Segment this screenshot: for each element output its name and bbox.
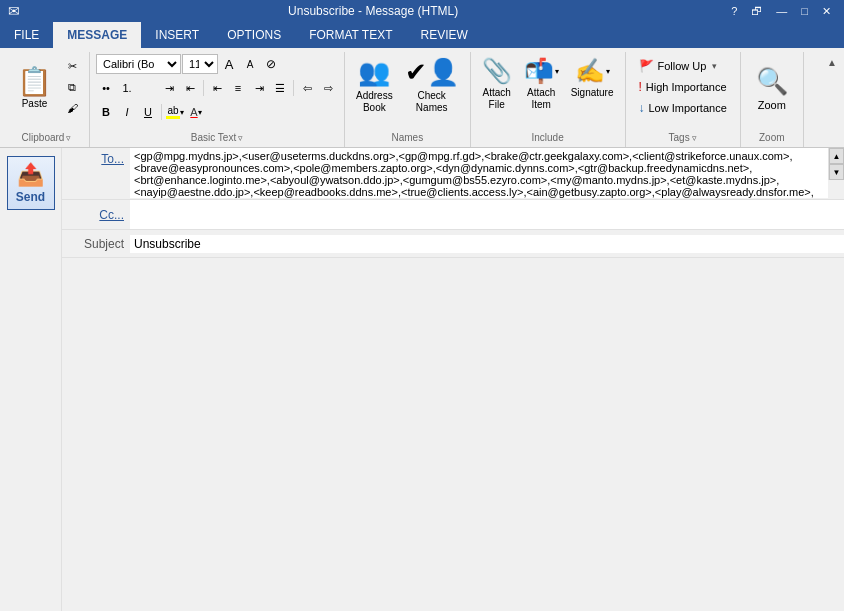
bullets-button[interactable]: •• [96, 78, 116, 98]
body-area[interactable] [62, 258, 844, 611]
basic-text-group: Calibri (Bo 11 8 9 10 12 14 16 18 20 24 … [90, 52, 345, 147]
rtl-button[interactable]: ⇦ [297, 78, 317, 98]
styles-button[interactable] [138, 78, 158, 98]
tab-format-text[interactable]: FORMAT TEXT [295, 22, 406, 48]
attach-file-icon: 📎 [482, 57, 512, 85]
compose-inner: 📤 Send To... <gp@mpg.mydns.jp>,<user@use… [0, 148, 844, 611]
cc-button[interactable]: Cc... [99, 208, 124, 222]
to-input[interactable]: <gp@mpg.mydns.jp>,<user@useterms.duckdns… [130, 148, 828, 198]
subject-label: Subject [62, 237, 130, 251]
check-names-icon: ✔👤 [405, 57, 459, 88]
attach-item-arrow: ▾ [555, 67, 559, 76]
attach-item-icon: 📬 [524, 57, 554, 85]
cc-row: Cc... [62, 200, 844, 230]
tab-review[interactable]: REVIEW [407, 22, 482, 48]
help-button[interactable]: ? [726, 5, 742, 18]
underline-button[interactable]: U [138, 102, 158, 122]
tab-message[interactable]: MESSAGE [53, 22, 141, 48]
tags-group: 🚩 Follow Up ▾ ! High Importance ↓ Low Im… [626, 52, 741, 147]
send-icon: 📤 [17, 162, 44, 188]
font-size-select[interactable]: 11 8 9 10 12 14 16 18 20 24 [182, 54, 218, 74]
font-color-button[interactable]: A ▾ [186, 102, 206, 122]
address-book-icon: 👥 [358, 57, 390, 88]
high-importance-icon: ! [639, 80, 642, 94]
ribbon-collapse-button[interactable]: ▲ [824, 56, 840, 69]
font-row: Calibri (Bo 11 8 9 10 12 14 16 18 20 24 … [96, 54, 281, 74]
format-row: B I U ab ▾ A ▾ [96, 102, 206, 122]
close-button[interactable]: ✕ [817, 5, 836, 18]
attach-item-button[interactable]: 📬 ▾ AttachItem [519, 54, 564, 122]
tags-expander[interactable]: ▿ [692, 133, 697, 143]
grow-font-button[interactable]: A [219, 54, 239, 74]
low-importance-item[interactable]: ↓ Low Importance [632, 98, 734, 118]
cc-label-area: Cc... [62, 200, 130, 229]
zoom-icon: 🔍 [756, 66, 788, 97]
high-importance-item[interactable]: ! High Importance [632, 77, 734, 97]
cc-input[interactable] [130, 200, 844, 229]
ribbon: 📋 Paste ✂ ⧉ 🖌 Clipboard ▿ Calibri (Bo 11 [0, 48, 844, 148]
basic-text-expander[interactable]: ▿ [238, 133, 243, 143]
compose-fields: To... <gp@mpg.mydns.jp>,<user@useterms.d… [62, 148, 844, 611]
window-title: Unsubscribe - Message (HTML) [20, 4, 726, 18]
address-book-button[interactable]: 👥 AddressBook [351, 54, 398, 122]
check-names-button[interactable]: ✔👤 CheckNames [400, 54, 464, 122]
align-right-button[interactable]: ⇥ [249, 78, 269, 98]
copy-button[interactable]: ⧉ [61, 77, 83, 97]
compose-layout: 📤 Send To... <gp@mpg.mydns.jp>,<user@use… [0, 148, 844, 611]
highlight-button[interactable]: ab ▾ [165, 102, 185, 122]
restore-down-button[interactable]: 🗗 [746, 5, 767, 18]
cut-button[interactable]: ✂ [61, 56, 83, 76]
scrollbar-up-button[interactable]: ▲ [829, 148, 844, 164]
ribbon-tabs: FILE MESSAGE INSERT OPTIONS FORMAT TEXT … [0, 22, 844, 48]
clipboard-small-buttons: ✂ ⧉ 🖌 [61, 56, 83, 118]
signature-icon: ✍ [575, 57, 605, 85]
list-row: •• 1. ⇥ ⇤ ⇤ ≡ ⇥ ☰ ⇦ ⇨ [96, 78, 338, 98]
align-left-button[interactable]: ⇤ [207, 78, 227, 98]
increase-indent-button[interactable]: ⇥ [159, 78, 179, 98]
ltr-button[interactable]: ⇨ [318, 78, 338, 98]
font-family-select[interactable]: Calibri (Bo [96, 54, 181, 74]
zoom-button[interactable]: 🔍 Zoom [747, 54, 797, 122]
bold-button[interactable]: B [96, 102, 116, 122]
names-group: 👥 AddressBook ✔👤 CheckNames Names [345, 52, 471, 147]
attach-file-button[interactable]: 📎 AttachFile [477, 54, 517, 122]
align-center-button[interactable]: ≡ [228, 78, 248, 98]
tags-list: 🚩 Follow Up ▾ ! High Importance ↓ Low Im… [632, 56, 734, 118]
follow-up-dropdown[interactable]: ▾ [710, 60, 719, 72]
clipboard-group: 📋 Paste ✂ ⧉ 🖌 Clipboard ▿ [4, 52, 90, 147]
italic-button[interactable]: I [117, 102, 137, 122]
to-button[interactable]: To... [101, 152, 124, 166]
shrink-font-button[interactable]: A [240, 54, 260, 74]
clear-format-button[interactable]: ⊘ [261, 54, 281, 74]
send-area: 📤 Send [0, 148, 62, 611]
paste-button[interactable]: 📋 Paste [10, 54, 59, 122]
numbering-button[interactable]: 1. [117, 78, 137, 98]
justify-button[interactable]: ☰ [270, 78, 290, 98]
paste-icon: 📋 [17, 68, 52, 96]
low-importance-icon: ↓ [639, 101, 645, 115]
include-group: 📎 AttachFile 📬 ▾ AttachItem ✍ ▾ Signatur… [471, 52, 626, 147]
tab-options[interactable]: OPTIONS [213, 22, 295, 48]
clipboard-expander[interactable]: ▿ [66, 133, 71, 143]
follow-up-icon: 🚩 [639, 59, 654, 73]
title-bar: ✉ Unsubscribe - Message (HTML) ? 🗗 — □ ✕ [0, 0, 844, 22]
follow-up-item[interactable]: 🚩 Follow Up ▾ [632, 56, 734, 76]
send-button[interactable]: 📤 Send [7, 156, 55, 210]
decrease-indent-button[interactable]: ⇤ [180, 78, 200, 98]
subject-input[interactable] [130, 235, 844, 253]
tab-file[interactable]: FILE [0, 22, 53, 48]
to-row: To... <gp@mpg.mydns.jp>,<user@useterms.d… [62, 148, 844, 200]
format-painter-button[interactable]: 🖌 [61, 98, 83, 118]
zoom-group: 🔍 Zoom Zoom [741, 52, 804, 147]
maximize-button[interactable]: □ [796, 5, 813, 18]
signature-arrow: ▾ [606, 67, 610, 76]
subject-row: Subject [62, 230, 844, 258]
to-scrollbar: ▲ ▼ [828, 148, 844, 180]
signature-button[interactable]: ✍ ▾ Signature [566, 54, 619, 122]
minimize-button[interactable]: — [771, 5, 792, 18]
to-label-area: To... [62, 148, 130, 166]
scrollbar-down-button[interactable]: ▼ [829, 164, 844, 180]
tab-insert[interactable]: INSERT [141, 22, 213, 48]
